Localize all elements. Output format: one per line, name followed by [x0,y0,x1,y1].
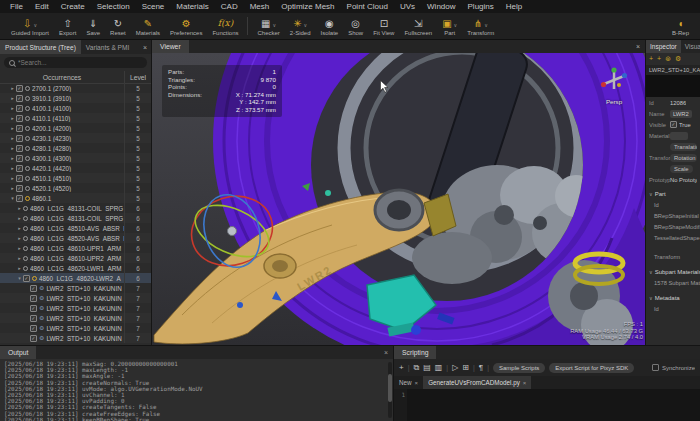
toolbar-fit-view[interactable]: ⊡Fit View [368,13,399,39]
run-selection-icon[interactable]: ⊞ [462,363,469,373]
tree-row[interactable]: ▸4860_LC1G_48610-UPR1_ARM_R6 [0,243,151,253]
tree-row[interactable]: ▸4860_LC1G_48620-LWR1_ARM_R6 [0,263,151,273]
visibility-checkbox[interactable]: ✓ [16,135,23,142]
visibility-checkbox[interactable]: ✓ [16,195,23,202]
toolbar-fullscreen[interactable]: ⇲Fullscreen [399,13,437,39]
expand-icon[interactable]: ▸ [9,175,16,181]
export-script-for-pixyz-sdk-button[interactable]: Export Script for Pixyz SDK [549,363,634,373]
expand-icon[interactable]: ▸ [16,205,23,211]
output-log[interactable]: [2025/06/18 19:23:11] maxSag: 0.20000000… [0,359,393,421]
menu-optimize-mesh[interactable]: Optimize Mesh [275,2,340,11]
expand-icon[interactable]: ▸ [9,85,16,91]
scrollbar-thumb[interactable] [388,374,392,402]
tree-row[interactable]: ▾✓4860.15 [0,193,151,203]
section-header-subpart-materials[interactable]: ∨Subpart Materials [646,266,700,278]
run-script-icon[interactable]: ▷ [452,363,458,373]
menu-uvs[interactable]: UVs [394,2,421,11]
visibility-checkbox[interactable]: ✓ [16,175,23,182]
synchronize-toggle[interactable]: Synchronize [652,364,695,371]
field-value[interactable]: Rotation [670,154,697,162]
property-tessellatedshape[interactable]: TessellatedShape [646,233,700,244]
property-id[interactable]: Id [646,200,700,211]
toolbar-2-sided[interactable]: ✳∨2-Sided [285,13,316,39]
toolbar-isolate[interactable]: ◉Isolate [316,13,344,39]
toolbar-checker[interactable]: ▦∨Checker [252,13,284,39]
viewport-3d[interactable]: LWR2 Parts:1Triangles:9 870Points:0Dimen… [152,53,645,345]
visibility-checkbox[interactable]: ✓ [16,105,23,112]
toolbar-show[interactable]: ◎Show [343,13,368,39]
menu-selection[interactable]: Selection [91,2,136,11]
tree-row[interactable]: ✓⚙LWR2_STD+10_KAKUNIN7 [0,283,151,293]
collapse-icon[interactable]: ▾ [9,195,16,201]
collapse-icon[interactable]: ▾ [16,275,23,281]
chevron-down-icon[interactable]: ∨ [484,22,488,29]
expand-icon[interactable]: ▸ [9,125,16,131]
visibility-checkbox[interactable]: ✓ [16,165,23,172]
script-tab-generateuvsfromcadmodel-py[interactable]: GenerateUVsFromCADModel.py× [423,376,531,389]
expand-icon[interactable]: ▸ [16,225,23,231]
expand-icon[interactable]: ▸ [9,155,16,161]
search-input[interactable] [18,59,142,66]
tree-row[interactable]: ▸✓4510.1 (4510)5 [0,173,151,183]
menu-window[interactable]: Window [421,2,461,11]
visibility-checkbox[interactable]: ✓ [16,125,23,132]
script-editor[interactable]: 1 [394,389,700,421]
toolbar-transform[interactable]: ⋔∨Transform [462,13,499,39]
visibility-checkbox[interactable]: ✓ [16,145,23,152]
tree-row[interactable]: ▸✓3910.1 (3910)5 [0,93,151,103]
tree-row[interactable]: ▸✓4280.1 (4280)5 [0,143,151,153]
visibility-checkbox[interactable]: ✓ [16,115,23,122]
add-metadata-icon[interactable]: + [657,55,661,63]
menu-mesh[interactable]: Mesh [244,2,276,11]
tab-visualize[interactable]: Visualize [681,40,700,53]
expand-icon[interactable]: ▸ [9,165,16,171]
field-value[interactable]: LWR2 [670,110,692,118]
settings-icon[interactable]: ⚙ [675,55,681,63]
add-property-icon[interactable]: + [649,55,653,63]
toolbar-export[interactable]: ⇧Export [54,13,81,39]
chevron-down-icon[interactable]: ∨ [273,22,277,29]
toolbar-preferences[interactable]: ⚙Preferences [165,13,207,39]
menu-point-cloud[interactable]: Point Cloud [341,2,394,11]
tree-row[interactable]: ▾✓4860_LC1G_48620-LWR2_A6 [0,273,151,283]
paragraph-icon[interactable]: ¶ [479,363,483,373]
tree-row[interactable]: ✓⚙LWR2_STD+10_KAKUNIN7 [0,293,151,303]
menu-scene[interactable]: Scene [136,2,171,11]
field-value[interactable]: Scale [670,165,693,173]
orientation-gizmo[interactable]: Persp [597,67,631,105]
close-icon[interactable]: × [523,380,527,386]
field-value[interactable] [670,132,688,140]
tree-row[interactable]: ✓⚙LWR2_STD+10_KAKUNIN7 [0,313,151,323]
tree-row[interactable]: ▸4860_LC1G_48520-AVS_ABSR_LH6 [0,233,151,243]
clipboard-icon[interactable]: ⧉ [414,363,420,373]
tree-row[interactable]: ▸✓4100.1 (4100)5 [0,103,151,113]
close-icon[interactable]: × [631,40,645,53]
tree-row[interactable]: ▸4860_LC1G_48510-AVS_ABSR_RH6 [0,223,151,233]
section-header-metadata[interactable]: ∨Metadata [646,292,700,304]
menu-materials[interactable]: Materials [170,2,214,11]
sync-checkbox[interactable] [652,364,659,371]
toolbar-b-rep[interactable]: ◖B-Rep [667,13,694,39]
section-header-part[interactable]: ∨Part [646,188,700,200]
tree-row[interactable]: ▸4860_LC1G_48131-COIL_SPRG_R6 [0,213,151,223]
tree-row[interactable]: ▸4860_LC1G_48610-UPR2_ARM_R6 [0,253,151,263]
toolbar-part[interactable]: ▣∨Part [437,13,462,39]
tab-viewer[interactable]: Viewer [152,40,189,53]
close-icon[interactable]: × [139,40,151,54]
tab-product-structure-tree[interactable]: Product Structure (Tree) [0,40,81,54]
tree-row[interactable]: ▸✓4110.1 (4110)5 [0,113,151,123]
tab-scripting[interactable]: Scripting [394,346,436,359]
save-as-icon[interactable]: ▥ [435,363,443,373]
sample-scripts-button[interactable]: Sample Scripts [493,363,545,373]
tab-variants-pmi[interactable]: Variants & PMI [81,40,134,54]
expand-icon[interactable]: ▸ [9,135,16,141]
tree-row[interactable]: ✓⚙LWR2_STD+10_KAKUNIN7 [0,303,151,313]
toolbar-guided-import[interactable]: ⇩∨Guided Import [6,13,54,39]
tree-row[interactable]: ✓⚙LWR2_STD+10_KAKUNIN7 [0,323,151,333]
expand-icon[interactable]: ▸ [16,215,23,221]
occurrence-tree[interactable]: ▸✓2700.1 (2700)5▸✓3910.1 (3910)5▸✓4100.1… [0,83,151,345]
menu-help[interactable]: Help [500,2,528,11]
menu-file[interactable]: File [4,2,29,11]
expand-icon[interactable]: ▸ [9,95,16,101]
property-id[interactable]: Id [646,304,700,315]
